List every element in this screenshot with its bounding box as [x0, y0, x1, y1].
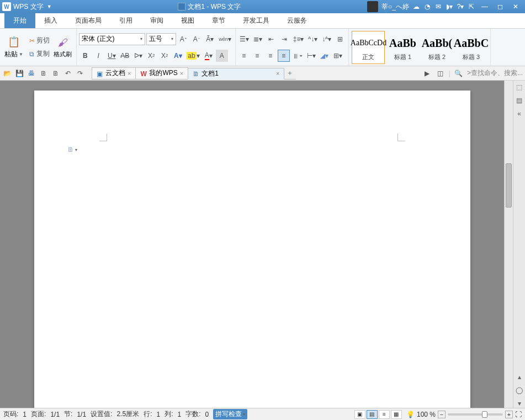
feedback-icon[interactable]: ✉: [434, 3, 442, 10]
change-case-button[interactable]: Ã▾: [204, 33, 216, 45]
shading-button[interactable]: ◢▾: [319, 50, 331, 62]
zoom-out-button[interactable]: −: [438, 411, 446, 418]
layout-toggle-icon[interactable]: ◫: [436, 68, 446, 78]
tab-review[interactable]: 审阅: [141, 13, 172, 28]
next-page-icon[interactable]: ▾: [515, 399, 524, 408]
tab-cloud[interactable]: 云服务: [278, 13, 316, 28]
tab-reference[interactable]: 引用: [110, 13, 141, 28]
subscript-button[interactable]: X2: [158, 50, 171, 62]
format-painter-button[interactable]: 🖌 格式刷: [51, 35, 74, 60]
tab-chapter[interactable]: 章节: [203, 13, 234, 28]
whatsnew-icon[interactable]: ◗▾: [446, 3, 453, 10]
scrollbar-thumb[interactable]: [506, 163, 512, 208]
bold-button[interactable]: B: [79, 50, 91, 62]
help-icon[interactable]: ?▾: [457, 3, 464, 10]
undo-button[interactable]: ↶: [63, 68, 73, 78]
superscript-button[interactable]: X2: [145, 50, 157, 62]
browse-object-icon[interactable]: ◯: [515, 386, 524, 395]
status-page-value[interactable]: 1: [23, 411, 26, 418]
phonetic-guide-button[interactable]: wén▾: [217, 33, 233, 45]
search-icon[interactable]: 🔍: [454, 68, 464, 78]
style-heading2[interactable]: AaBb(标题 2: [420, 31, 453, 64]
play-slideshow-icon[interactable]: ▶: [422, 68, 432, 78]
view-print-layout-button[interactable]: ▤: [367, 410, 378, 419]
tab-cloud-docs[interactable]: ▣ 云文档 ×: [92, 67, 136, 79]
status-chars-value[interactable]: 0: [205, 411, 209, 418]
numbering-button[interactable]: ≣▾: [252, 33, 264, 45]
status-pages-value[interactable]: 1/1: [50, 411, 60, 418]
user-avatar[interactable]: [367, 1, 378, 12]
italic-button[interactable]: I: [92, 50, 104, 62]
lightbulb-icon[interactable]: 💡: [406, 411, 415, 418]
distribute-button[interactable]: ⫼▾: [291, 50, 304, 62]
save-button[interactable]: 💾: [14, 68, 24, 78]
font-size-select[interactable]: 五号▾: [146, 33, 176, 45]
sort-button[interactable]: ↓ᴬ▾: [320, 33, 333, 45]
prev-page-icon[interactable]: ▴: [515, 373, 524, 381]
highlight-button[interactable]: ab▾: [185, 50, 201, 62]
decrease-indent-button[interactable]: ⇤: [265, 33, 277, 45]
search-input[interactable]: >查找命令、搜索...: [467, 68, 523, 78]
copy-button[interactable]: ⧉ 复制: [28, 48, 51, 60]
redo-button[interactable]: ↷: [75, 68, 85, 78]
zoom-level[interactable]: 100 %: [417, 411, 436, 418]
close-tab-icon[interactable]: ×: [128, 70, 131, 77]
page-options-button[interactable]: 🗎▾: [67, 146, 77, 153]
underline-button[interactable]: U▾: [105, 50, 118, 62]
style-normal[interactable]: AaBbCcDd正文: [352, 31, 385, 64]
fullscreen-up-icon[interactable]: ⇱: [468, 3, 475, 10]
text-effects-button[interactable]: A▾: [172, 50, 184, 62]
view-outline-button[interactable]: ≡: [379, 410, 390, 419]
grow-font-button[interactable]: A⁺: [177, 33, 189, 45]
spellcheck-button[interactable]: 拼写检查▾: [213, 409, 247, 419]
char-shading-button[interactable]: A: [216, 50, 228, 62]
tab-document1[interactable]: 🗎 文档1 ×: [188, 68, 284, 79]
justify-button[interactable]: ≡: [278, 50, 290, 62]
table-grid-button[interactable]: ⊞: [334, 33, 346, 45]
shrink-font-button[interactable]: A⁻: [190, 33, 203, 45]
nav-pane-icon[interactable]: ▤: [515, 96, 524, 105]
tab-stops-button[interactable]: ⊢▾: [305, 50, 317, 62]
app-menu-dropdown[interactable]: ▼: [47, 4, 52, 9]
strikethrough-button[interactable]: AB: [119, 50, 131, 62]
style-heading1[interactable]: AaBb标题 1: [386, 31, 419, 64]
font-family-select[interactable]: 宋体 (正文)▾: [79, 33, 145, 45]
zoom-slider[interactable]: [448, 413, 503, 416]
skin-icon[interactable]: ◔: [423, 3, 431, 10]
print-button[interactable]: 🖶: [26, 68, 36, 78]
close-tab-icon[interactable]: ×: [180, 70, 183, 77]
bullets-button[interactable]: ☰▾: [238, 33, 251, 45]
print-preview-button[interactable]: 🗎: [39, 68, 49, 78]
style-heading3[interactable]: AaBbC标题 3: [454, 31, 487, 64]
text-direction-button[interactable]: ᴬ↓▾: [306, 33, 319, 45]
font-color-button[interactable]: A▾: [203, 50, 215, 62]
zoom-slider-knob[interactable]: [482, 411, 487, 418]
page[interactable]: 🗎▾: [34, 91, 470, 408]
zoom-in-button[interactable]: +: [505, 411, 513, 418]
paste-button[interactable]: 📋 粘贴▼: [2, 34, 25, 60]
tab-start[interactable]: 开始: [4, 13, 35, 28]
maximize-button[interactable]: ◻: [494, 2, 506, 11]
new-tab-button[interactable]: ＋: [284, 67, 296, 79]
tab-my-wps[interactable]: W 我的WPS ×: [135, 67, 188, 79]
tab-insert[interactable]: 插入: [35, 13, 66, 28]
user-name[interactable]: 莘○_へ婷: [381, 2, 409, 12]
export-pdf-button[interactable]: 🗎: [51, 68, 61, 78]
close-tab-icon[interactable]: ×: [276, 70, 279, 77]
tab-developer[interactable]: 开发工具: [234, 13, 278, 28]
select-tool-icon[interactable]: ⬚: [515, 83, 524, 92]
view-web-layout-button[interactable]: ▦: [391, 410, 402, 419]
align-center-button[interactable]: ≡: [251, 50, 263, 62]
minimize-button[interactable]: —: [479, 2, 491, 11]
increase-indent-button[interactable]: ⇥: [278, 33, 290, 45]
open-button[interactable]: 📂: [2, 68, 12, 78]
tab-view[interactable]: 视图: [172, 13, 203, 28]
align-right-button[interactable]: ≡: [264, 50, 277, 62]
fit-page-icon[interactable]: ⛶: [515, 411, 522, 418]
align-left-button[interactable]: ≡: [238, 50, 250, 62]
close-window-button[interactable]: ✕: [510, 2, 522, 11]
cut-button[interactable]: ✂ 剪切: [28, 35, 51, 47]
cloud-sync-icon[interactable]: ☁: [412, 3, 420, 10]
document-viewport[interactable]: 🗎▾: [0, 81, 504, 408]
vertical-scrollbar[interactable]: [504, 81, 513, 408]
